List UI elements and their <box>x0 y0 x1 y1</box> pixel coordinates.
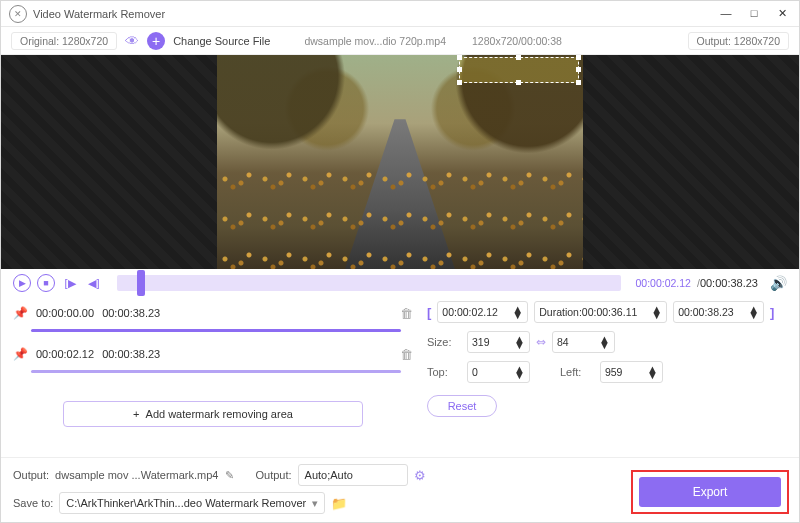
reset-button[interactable]: Reset <box>427 395 497 417</box>
segment-bar[interactable] <box>31 370 401 373</box>
video-preview <box>1 55 799 269</box>
segment-end: 00:00:38.23 <box>102 348 160 360</box>
chevron-down-icon[interactable]: ▾ <box>312 497 318 510</box>
set-start-button[interactable]: [▶ <box>61 274 79 292</box>
properties-panel: [ ▲▼ ▲▼ ▲▼ ] Size: ▲▼ ⇔ ▲▼ Top: ▲▼ Left:… <box>427 301 787 451</box>
segment-end: 00:00:38.23 <box>102 307 160 319</box>
output-format-select[interactable]: Auto;Auto <box>298 464 408 486</box>
playback-bar: ▶ ■ [▶ ◀] 00:00:02.12/00:00:38.23 🔊 <box>1 269 799 297</box>
segment-start: 00:00:00.00 <box>36 307 94 319</box>
delete-segment-icon[interactable]: 🗑 <box>400 347 413 362</box>
change-source-plus-icon[interactable]: + <box>147 32 165 50</box>
save-path-field[interactable]: C:\ArkThinker\ArkThin...deo Watermark Re… <box>59 492 325 514</box>
bracket-end-icon[interactable]: ] <box>770 305 774 320</box>
segment-bar[interactable] <box>31 329 401 332</box>
segment-row[interactable]: 📌 00:00:02.12 00:00:38.23 🗑 <box>13 342 413 366</box>
eye-icon[interactable]: 👁 <box>125 33 139 49</box>
range-end-field[interactable]: ▲▼ <box>673 301 764 323</box>
stop-button[interactable]: ■ <box>37 274 55 292</box>
output-resolution: Output: 1280x720 <box>688 32 789 50</box>
top-label: Top: <box>427 366 461 378</box>
export-highlight: Export <box>631 470 789 514</box>
volume-icon[interactable]: 🔊 <box>770 275 787 291</box>
segments-panel: 📌 00:00:00.00 00:00:38.23 🗑 📌 00:00:02.1… <box>13 301 413 451</box>
segment-start: 00:00:02.12 <box>36 348 94 360</box>
add-watermark-area-button[interactable]: + Add watermark removing area <box>63 401 363 427</box>
size-height-field[interactable]: ▲▼ <box>552 331 615 353</box>
set-end-button[interactable]: ◀] <box>85 274 103 292</box>
range-duration-field[interactable]: ▲▼ <box>534 301 667 323</box>
delete-segment-icon[interactable]: 🗑 <box>400 306 413 321</box>
window-title: Video Watermark Remover <box>33 8 165 20</box>
size-width-field[interactable]: ▲▼ <box>467 331 530 353</box>
plus-icon: + <box>133 408 139 420</box>
info-bar: Original: 1280x720 👁 + Change Source Fil… <box>1 27 799 55</box>
minimize-button[interactable]: — <box>719 7 733 20</box>
output-label: Output: <box>13 469 49 481</box>
edit-filename-icon[interactable]: ✎ <box>225 469 234 482</box>
link-size-icon[interactable]: ⇔ <box>536 335 546 349</box>
source-filename: dwsample mov...dio 720p.mp4 <box>304 35 446 47</box>
pos-left-field[interactable]: ▲▼ <box>600 361 663 383</box>
change-source-button[interactable]: Change Source File <box>173 35 270 47</box>
video-frame[interactable] <box>217 55 583 269</box>
watermark-selection-box[interactable] <box>459 57 579 83</box>
output-filename: dwsample mov ...Watermark.mp4 <box>55 469 218 481</box>
play-button[interactable]: ▶ <box>13 274 31 292</box>
range-start-field[interactable]: ▲▼ <box>437 301 528 323</box>
filmstrip-right <box>583 55 799 269</box>
format-settings-icon[interactable]: ⚙ <box>414 468 426 483</box>
size-label: Size: <box>427 336 461 348</box>
left-label: Left: <box>560 366 594 378</box>
maximize-button[interactable]: □ <box>747 7 761 20</box>
filmstrip-left <box>1 55 217 269</box>
pin-icon: 📌 <box>13 306 28 320</box>
bracket-start-icon[interactable]: [ <box>427 305 431 320</box>
segment-row[interactable]: 📌 00:00:00.00 00:00:38.23 🗑 <box>13 301 413 325</box>
save-to-label: Save to: <box>13 497 53 509</box>
pin-icon: 📌 <box>13 347 28 361</box>
time-total: /00:00:38.23 <box>697 277 758 289</box>
open-folder-icon[interactable]: 📁 <box>331 496 347 511</box>
source-dims-time: 1280x720/00:00:38 <box>472 35 562 47</box>
original-resolution: Original: 1280x720 <box>11 32 117 50</box>
time-current: 00:00:02.12 <box>635 277 690 289</box>
output-format-label: Output: <box>256 469 292 481</box>
pos-top-field[interactable]: ▲▼ <box>467 361 530 383</box>
timeline-slider[interactable] <box>117 275 621 291</box>
close-button[interactable]: ✕ <box>775 7 789 20</box>
export-button[interactable]: Export <box>639 477 781 507</box>
app-logo-icon: ✕ <box>9 5 27 23</box>
add-area-label: Add watermark removing area <box>146 408 293 420</box>
title-bar: ✕ Video Watermark Remover — □ ✕ <box>1 1 799 27</box>
